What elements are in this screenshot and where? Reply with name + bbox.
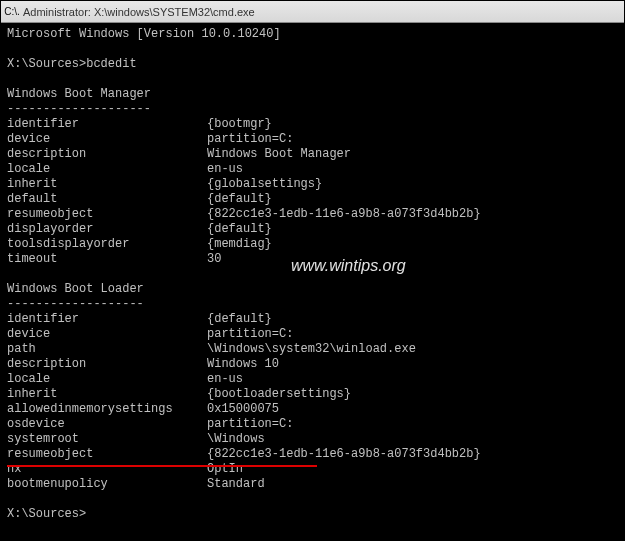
kv-row: allowedinmemorysettings0x15000075 xyxy=(7,402,618,417)
command-text: bcdedit xyxy=(86,57,136,71)
key: osdevice xyxy=(7,417,207,432)
key: device xyxy=(7,327,207,342)
version-line: Microsoft Windows [Version 10.0.10240] xyxy=(7,27,618,42)
kv-row: identifier{bootmgr} xyxy=(7,117,618,132)
kv-row: resumeobject{822cc1e3-1edb-11e6-a9b8-a07… xyxy=(7,207,618,222)
section-title-boot-loader: Windows Boot Loader xyxy=(7,282,618,297)
key: description xyxy=(7,147,207,162)
value: \Windows\system32\winload.exe xyxy=(207,342,416,357)
key: resumeobject xyxy=(7,447,207,462)
highlight-underline xyxy=(7,465,317,467)
kv-row: default{default} xyxy=(7,192,618,207)
cmd-icon: C:\. xyxy=(5,5,19,19)
kv-row: inherit{globalsettings} xyxy=(7,177,618,192)
key: path xyxy=(7,342,207,357)
kv-row: descriptionWindows 10 xyxy=(7,357,618,372)
key: displayorder xyxy=(7,222,207,237)
key: identifier xyxy=(7,312,207,327)
kv-row: descriptionWindows Boot Manager xyxy=(7,147,618,162)
key: timeout xyxy=(7,252,207,267)
prompt-line-1: X:\Sources>bcdedit xyxy=(7,57,618,72)
key: systemroot xyxy=(7,432,207,447)
section-title-boot-manager: Windows Boot Manager xyxy=(7,87,618,102)
value: partition=C: xyxy=(207,327,293,342)
kv-row: devicepartition=C: xyxy=(7,327,618,342)
key: locale xyxy=(7,372,207,387)
value: 0x15000075 xyxy=(207,402,279,417)
terminal-output[interactable]: Microsoft Windows [Version 10.0.10240] X… xyxy=(1,23,624,540)
kv-row: localeen-us xyxy=(7,162,618,177)
key: inherit xyxy=(7,387,207,402)
value: Standard xyxy=(207,477,265,492)
value: Windows 10 xyxy=(207,357,279,372)
value: {default} xyxy=(207,312,272,327)
section-divider: -------------------- xyxy=(7,102,618,117)
kv-row: path\Windows\system32\winload.exe xyxy=(7,342,618,357)
value: {default} xyxy=(207,222,272,237)
key: identifier xyxy=(7,117,207,132)
kv-row: resumeobject{822cc1e3-1edb-11e6-a9b8-a07… xyxy=(7,447,618,462)
key: description xyxy=(7,357,207,372)
value: partition=C: xyxy=(207,132,293,147)
kv-row: displayorder{default} xyxy=(7,222,618,237)
value: {822cc1e3-1edb-11e6-a9b8-a073f3d4bb2b} xyxy=(207,207,481,222)
value: 30 xyxy=(207,252,221,267)
value: {memdiag} xyxy=(207,237,272,252)
prompt-text: X:\Sources> xyxy=(7,57,86,71)
value: {globalsettings} xyxy=(207,177,322,192)
key: locale xyxy=(7,162,207,177)
value: en-us xyxy=(207,162,243,177)
kv-row: timeout30 xyxy=(7,252,618,267)
key: allowedinmemorysettings xyxy=(7,402,207,417)
value: \Windows xyxy=(207,432,265,447)
key: toolsdisplayorder xyxy=(7,237,207,252)
kv-row: localeen-us xyxy=(7,372,618,387)
key: device xyxy=(7,132,207,147)
value: partition=C: xyxy=(207,417,293,432)
window-titlebar[interactable]: C:\. Administrator: X:\windows\SYSTEM32\… xyxy=(1,1,624,23)
kv-row: devicepartition=C: xyxy=(7,132,618,147)
kv-row: systemroot\Windows xyxy=(7,432,618,447)
window-title: Administrator: X:\windows\SYSTEM32\cmd.e… xyxy=(23,6,255,18)
value: {bootloadersettings} xyxy=(207,387,351,402)
value: {bootmgr} xyxy=(207,117,272,132)
key: resumeobject xyxy=(7,207,207,222)
kv-row: identifier{default} xyxy=(7,312,618,327)
key: inherit xyxy=(7,177,207,192)
key: default xyxy=(7,192,207,207)
key: bootmenupolicy xyxy=(7,477,207,492)
kv-row-osdevice: osdevicepartition=C: xyxy=(7,417,618,432)
prompt-line-2: X:\Sources> xyxy=(7,507,618,522)
value: {default} xyxy=(207,192,272,207)
value: {822cc1e3-1edb-11e6-a9b8-a073f3d4bb2b} xyxy=(207,447,481,462)
kv-row: inherit{bootloadersettings} xyxy=(7,387,618,402)
kv-row: bootmenupolicyStandard xyxy=(7,477,618,492)
kv-row: toolsdisplayorder{memdiag} xyxy=(7,237,618,252)
value: Windows Boot Manager xyxy=(207,147,351,162)
value: en-us xyxy=(207,372,243,387)
section-divider: ------------------- xyxy=(7,297,618,312)
